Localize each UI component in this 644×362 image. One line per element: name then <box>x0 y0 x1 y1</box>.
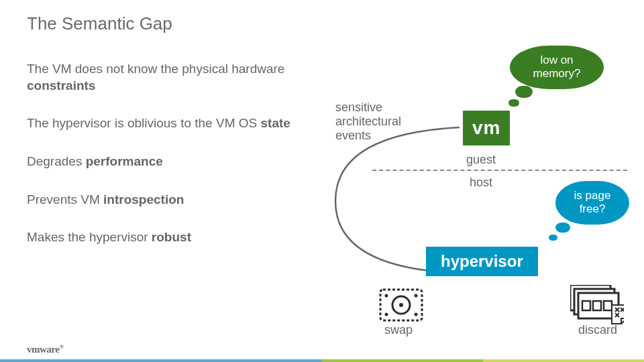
bullet-list: The VM does not know the physical hardwa… <box>27 61 295 246</box>
bullet-4-pre: Prevents VM <box>27 192 103 206</box>
bullet-5: Makes the hypervisor robust <box>27 229 295 246</box>
cloud-low-memory-text: low on memory? <box>533 54 581 80</box>
footer-accent-bar <box>0 359 644 362</box>
svg-point-3 <box>385 294 388 298</box>
bullet-4-bold: introspection <box>103 192 184 206</box>
bullet-1-pre: The VM does not know the physical hardwa… <box>27 62 284 76</box>
cloud-is-page-free-text: is page free? <box>574 189 611 215</box>
bullet-3-pre: Degrades <box>27 154 86 168</box>
bullet-3-bold: performance <box>86 154 163 168</box>
svg-point-4 <box>415 294 418 298</box>
label-host: host <box>470 176 492 190</box>
bullet-2-bold: state <box>260 116 290 130</box>
bullet-5-pre: Makes the hypervisor <box>27 230 152 244</box>
hypervisor-box: hypervisor <box>426 247 538 276</box>
swap-icon <box>379 288 423 322</box>
diagram-area: low on memory? vm sensitive architectura… <box>315 54 631 349</box>
bullet-2: The hypervisor is oblivious to the VM OS… <box>27 115 295 132</box>
cloud-low-memory: low on memory? <box>510 46 604 89</box>
guest-host-divider <box>372 170 627 171</box>
discard-icon <box>570 285 614 318</box>
bullet-3: Degrades performance <box>27 154 295 170</box>
bullet-1-bold: constraints <box>27 78 95 93</box>
svg-point-5 <box>385 313 388 316</box>
label-swap: swap <box>384 323 413 337</box>
hypervisor-box-text: hypervisor <box>441 252 523 270</box>
label-discard: discard <box>578 323 617 337</box>
vm-box: vm <box>463 111 510 145</box>
bullet-2-pre: The hypervisor is oblivious to the VM OS <box>27 116 260 130</box>
vmware-logo: vmware® <box>27 343 64 355</box>
cloud-is-page-free: is page free? <box>555 181 629 225</box>
bullet-1: The VM does not know the physical hardwa… <box>27 61 295 94</box>
slide-title: The Semantic Gap <box>27 13 617 34</box>
svg-point-6 <box>415 313 418 316</box>
bullet-5-bold: robust <box>152 230 191 244</box>
label-guest: guest <box>466 153 496 167</box>
svg-point-2 <box>399 303 403 307</box>
vm-box-text: vm <box>472 117 500 138</box>
bullet-4: Prevents VM introspection <box>27 192 295 208</box>
